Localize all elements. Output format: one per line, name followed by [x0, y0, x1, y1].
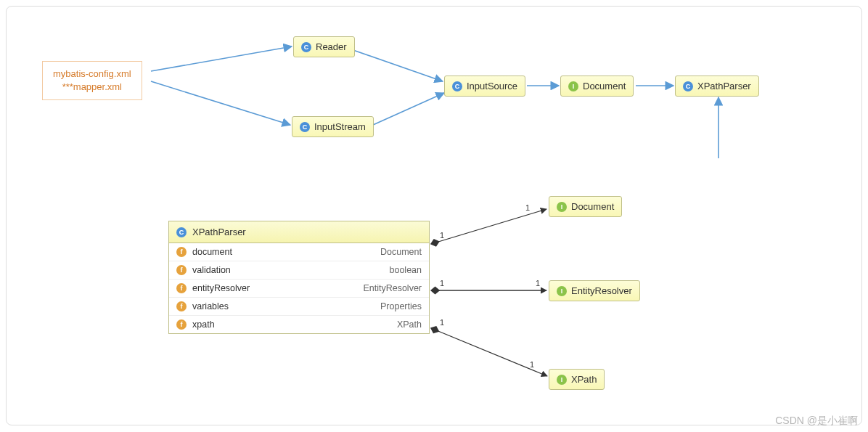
multiplicity: 1: [525, 203, 530, 212]
watermark: CSDN @是小崔啊: [775, 415, 858, 428]
field-icon: f: [176, 247, 187, 257]
interface-icon: I: [557, 202, 567, 212]
xml-line1: mybatis-config.xml: [53, 68, 131, 81]
node-reader: C Reader: [293, 36, 355, 57]
node-inputstream: C InputStream: [292, 116, 374, 137]
field-name: xpath: [192, 319, 215, 330]
node-label: XPathParser: [697, 81, 751, 91]
node-label: InputSource: [467, 81, 517, 91]
xml-files-box: mybatis-config.xml ***mapper.xml: [42, 61, 142, 100]
interface-icon: I: [557, 375, 567, 385]
class-header: C XPathParser: [169, 221, 429, 243]
class-xpathparser-box: C XPathParser fdocument Document fvalida…: [168, 221, 430, 334]
xml-line2: ***mapper.xml: [53, 81, 131, 94]
class-icon: C: [301, 42, 311, 52]
multiplicity: 1: [440, 279, 444, 288]
field-icon: f: [176, 265, 187, 275]
field-row: fentityResolver EntityResolver: [169, 280, 429, 298]
node-document2: I Document: [549, 196, 622, 217]
field-type: XPath: [397, 319, 422, 330]
node-xpathparser: C XPathParser: [675, 76, 759, 97]
multiplicity: 1: [440, 231, 444, 240]
multiplicity: 1: [536, 279, 540, 288]
field-type: Document: [380, 247, 422, 257]
class-body: fdocument Document fvalidation boolean f…: [169, 243, 429, 333]
field-icon: f: [176, 301, 187, 311]
interface-icon: I: [568, 81, 578, 91]
class-icon: C: [452, 81, 462, 91]
class-icon: C: [176, 227, 187, 237]
node-label: Reader: [316, 41, 347, 52]
field-name: validation: [192, 265, 231, 275]
node-label: Document: [571, 201, 614, 212]
node-label: InputStream: [314, 121, 366, 132]
field-name: document: [192, 247, 232, 257]
interface-icon: I: [557, 286, 567, 296]
node-document: I Document: [560, 76, 634, 97]
field-row: fvariables Properties: [169, 298, 429, 316]
class-name: XPathParser: [192, 227, 246, 237]
node-label: EntityResolver: [571, 285, 632, 296]
field-name: variables: [192, 301, 229, 311]
field-row: fvalidation boolean: [169, 261, 429, 280]
field-type: EntityResolver: [363, 283, 422, 293]
multiplicity: 1: [530, 360, 534, 369]
field-icon: f: [176, 319, 187, 330]
class-icon: C: [683, 81, 693, 91]
field-name: entityResolver: [192, 283, 250, 293]
node-entityresolver: I EntityResolver: [549, 280, 640, 301]
field-type: Properties: [380, 301, 422, 311]
field-row: fdocument Document: [169, 243, 429, 261]
node-label: Document: [583, 81, 626, 91]
field-row: fxpath XPath: [169, 316, 429, 333]
field-icon: f: [176, 283, 187, 293]
class-icon: C: [300, 122, 310, 132]
node-inputsource: C InputSource: [444, 76, 525, 97]
node-label: XPath: [571, 374, 597, 385]
node-xpath: I XPath: [549, 369, 605, 390]
field-type: boolean: [390, 265, 422, 275]
multiplicity: 1: [440, 318, 444, 327]
